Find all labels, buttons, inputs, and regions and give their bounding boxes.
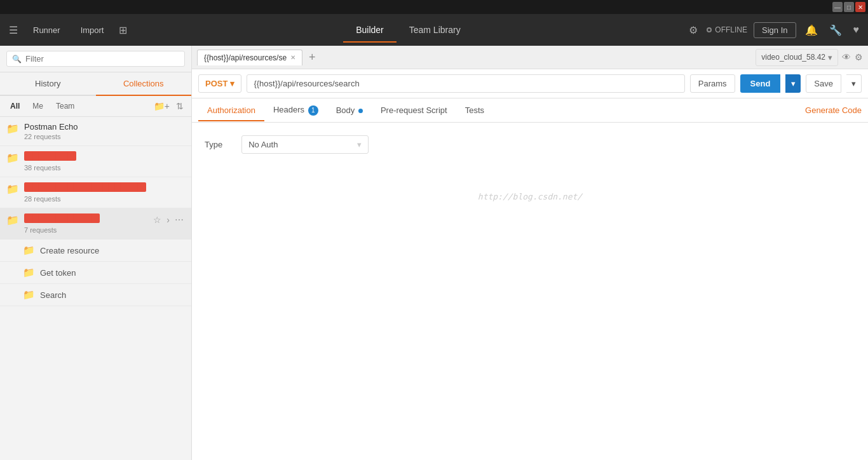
sub-item-label: Get token (40, 268, 76, 278)
collection-meta: 28 requests (24, 195, 185, 203)
gear-button[interactable]: ⚙ (855, 52, 863, 62)
filter-all-button[interactable]: All (6, 100, 24, 112)
content-area: {{host}}/api/resources/se ✕ + video_clou… (192, 46, 868, 460)
sidebar-toggle-icon: ☰ (9, 24, 18, 36)
body-tab[interactable]: Body (327, 99, 372, 121)
collections-tab[interactable]: Collections (96, 72, 192, 95)
more-options-button[interactable]: ⋯ (173, 213, 185, 226)
headers-tab[interactable]: Headers 1 (264, 98, 327, 122)
expand-collection-button[interactable]: › (165, 213, 171, 226)
sort-button[interactable]: ⇅ (175, 100, 185, 112)
history-tab[interactable]: History (0, 72, 96, 95)
import-label: Import (81, 25, 104, 35)
eye-button[interactable]: 👁 (842, 52, 851, 62)
chevron-down-icon: ▾ (828, 53, 832, 62)
collection-redacted-2[interactable]: 📁 ████████████████████ 28 requests (0, 177, 191, 208)
favorites-button[interactable]: ♥ (851, 22, 862, 38)
filter-me-button[interactable]: Me (29, 100, 47, 112)
filter-input[interactable] (25, 54, 179, 64)
sign-in-button[interactable]: Sign In (754, 22, 796, 38)
close-tab-icon[interactable]: ✕ (290, 54, 295, 61)
runner-button[interactable]: Runner (25, 22, 68, 39)
sub-item-create-resource[interactable]: 📁 Create resource (0, 240, 191, 262)
new-folder-icon: 📁+ (154, 101, 170, 111)
heart-icon: ♥ (853, 24, 860, 36)
collection-info: ████████████████████ 28 requests (24, 182, 185, 203)
folder-icon: 📁 (6, 152, 19, 164)
new-tab-button[interactable]: ⊞ (116, 22, 130, 39)
folder-icon: 📁 (6, 214, 19, 226)
collection-name-redacted: ████████ (24, 151, 76, 161)
folder-icon: 📁 (6, 183, 19, 195)
favorite-collection-button[interactable]: ☆ (152, 213, 163, 226)
tests-tab[interactable]: Tests (456, 99, 493, 121)
maximize-button[interactable]: □ (844, 2, 854, 12)
env-selector[interactable]: video_cloud_58.42 ▾ (756, 49, 838, 66)
sidebar: 🔍 History Collections All Me Team 📁+ (0, 46, 192, 460)
save-chevron-icon: ▾ (851, 79, 856, 88)
auth-type-row: Type No Auth ▾ (205, 135, 855, 154)
add-tab-button[interactable]: + (305, 51, 320, 63)
team-library-tab[interactable]: Team Library (397, 17, 473, 43)
params-button[interactable]: Params (690, 74, 735, 93)
send-button[interactable]: Send (740, 74, 781, 93)
filter-row: All Me Team 📁+ ⇅ (0, 96, 191, 117)
settings-button[interactable]: ⚙ (686, 22, 700, 39)
builder-tab[interactable]: Builder (343, 17, 397, 43)
filter-team-button[interactable]: Team (52, 100, 78, 112)
sidebar-content: 📁 Postman Echo 22 requests 📁 ████████ 38… (0, 117, 191, 460)
notification-button[interactable]: 🔔 (803, 22, 820, 39)
collection-info: ████████ 38 requests (24, 151, 185, 172)
url-bar: POST ▾ Params Send ▾ Save ▾ (192, 69, 868, 98)
sub-item-label: Create resource (40, 246, 99, 255)
url-input[interactable] (247, 74, 684, 93)
wrench-button[interactable]: 🔧 (827, 22, 844, 39)
save-dropdown-button[interactable]: ▾ (846, 74, 862, 93)
offline-status: OFFLINE (707, 25, 747, 34)
collection-postman-echo[interactable]: 📁 Postman Echo 22 requests (0, 117, 191, 146)
filter-input-wrap: 🔍 (6, 51, 185, 67)
auth-type-label: Type (205, 140, 222, 149)
active-request-tab[interactable]: {{host}}/api/resources/se ✕ (197, 50, 302, 65)
minimize-button[interactable]: — (832, 2, 843, 12)
request-tab-label: {{host}}/api/resources/se (204, 53, 287, 62)
toolbar-right: ⚙ OFFLINE Sign In 🔔 🔧 ♥ (686, 22, 862, 39)
collection-name-redacted-2: ████████████████████ (24, 182, 146, 192)
close-button[interactable]: ✕ (855, 2, 865, 12)
method-chevron-icon: ▾ (230, 79, 234, 88)
sidebar-tabs: History Collections (0, 72, 191, 96)
wrench-icon: 🔧 (829, 24, 842, 36)
import-button[interactable]: Import (73, 22, 112, 39)
offline-dot-icon (707, 27, 712, 32)
new-folder-button[interactable]: 📁+ (153, 100, 171, 112)
save-button[interactable]: Save (806, 74, 841, 93)
pre-request-script-tab[interactable]: Pre-request Script (372, 99, 456, 121)
search-icon: 🔍 (12, 55, 22, 64)
collection-name: Postman Echo (24, 122, 185, 132)
body-dot-badge (358, 109, 363, 113)
headers-badge: 1 (308, 105, 318, 116)
sub-folder-icon: 📁 (23, 245, 35, 256)
authorization-tab[interactable]: Authorization (198, 99, 264, 121)
active-collection-meta: 7 requests (24, 226, 147, 234)
toolbar-left: ☰ Runner Import ⊞ (6, 22, 130, 39)
auth-type-chevron-icon: ▾ (357, 140, 362, 149)
folder-icon: 📁 (6, 123, 19, 135)
generate-code-button[interactable]: Generate Code (805, 105, 862, 115)
method-selector[interactable]: POST ▾ (198, 74, 241, 93)
collection-redacted-1[interactable]: 📁 ████████ 38 requests (0, 146, 191, 177)
send-dropdown-button[interactable]: ▾ (785, 74, 801, 93)
sub-folder-icon: 📁 (23, 267, 35, 278)
collection-meta: 22 requests (24, 133, 185, 140)
filter-actions: 📁+ ⇅ (153, 100, 185, 112)
active-collection[interactable]: 📁 ████████████ 7 requests ☆ › ⋯ (0, 208, 191, 240)
sub-item-search[interactable]: 📁 Search (0, 284, 191, 306)
active-collection-name: ████████████ (24, 213, 100, 223)
auth-type-selector[interactable]: No Auth ▾ (241, 135, 369, 154)
env-name: video_cloud_58.42 (761, 53, 825, 62)
toolbar: ☰ Runner Import ⊞ Builder Team Library ⚙… (0, 14, 868, 46)
new-tab-icon: ⊞ (119, 24, 127, 36)
sub-item-get-token[interactable]: 📁 Get token (0, 262, 191, 284)
auth-panel: Type No Auth ▾ http://blog.csdn.net/ (192, 123, 868, 461)
sidebar-toggle-button[interactable]: ☰ (6, 22, 20, 39)
